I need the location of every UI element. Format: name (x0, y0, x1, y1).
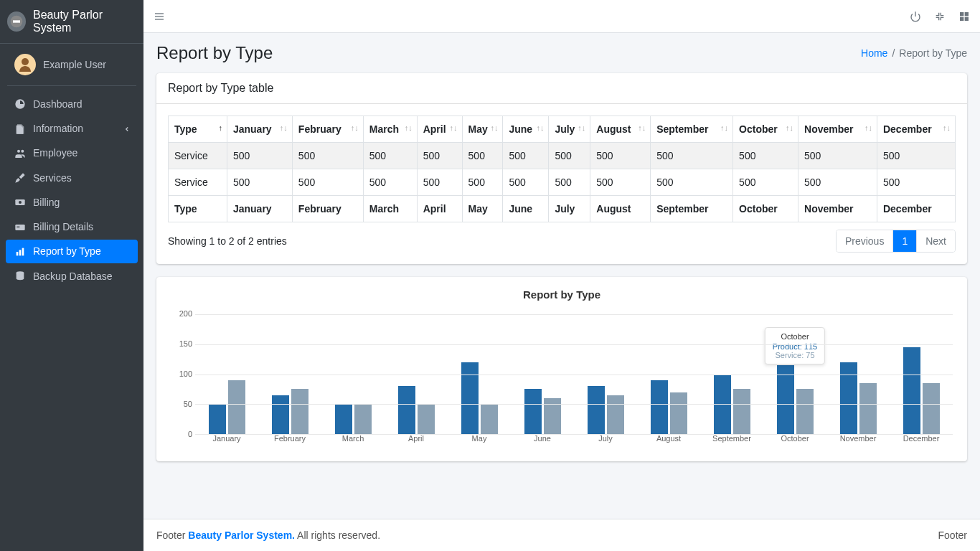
column-header[interactable]: October↑↓ (733, 116, 798, 143)
column-header[interactable]: June↑↓ (503, 116, 549, 143)
power-icon[interactable] (910, 10, 921, 22)
svg-point-2 (22, 58, 29, 65)
sort-icon: ↑↓ (864, 123, 872, 132)
sidebar-item-backup-database[interactable]: Backup Database (6, 264, 138, 288)
compress-icon[interactable] (934, 10, 946, 22)
brand-text: Beauty Parlor System (33, 9, 136, 34)
column-header[interactable]: September↑↓ (651, 116, 733, 143)
bar-service[interactable] (670, 392, 687, 434)
bar-product[interactable] (209, 404, 226, 434)
table-cell: 500 (503, 169, 549, 196)
bar-service[interactable] (418, 404, 435, 434)
sidebar-item-label: Backup Database (33, 270, 113, 282)
bar-service[interactable] (607, 395, 624, 434)
table-cell: Service (169, 169, 227, 196)
user-panel[interactable]: Example User (7, 44, 136, 86)
pagination-next: Next (917, 230, 955, 252)
column-header[interactable]: January↑↓ (227, 116, 292, 143)
table-cell: 500 (549, 169, 590, 196)
y-tick: 100 (179, 369, 192, 378)
x-tick: June (511, 434, 574, 450)
column-header[interactable]: Type↑ (169, 116, 227, 143)
bar-service[interactable] (733, 389, 750, 434)
column-footer: December (877, 196, 955, 222)
column-footer: May (462, 196, 503, 222)
column-header[interactable]: December↑↓ (877, 116, 955, 143)
sidebar-item-report-by-type[interactable]: Report by Type (6, 240, 138, 263)
sidebar-item-label: Information (33, 123, 83, 134)
bar-service[interactable] (923, 383, 940, 434)
bar-service[interactable] (354, 404, 372, 434)
svg-rect-11 (22, 248, 24, 256)
report-table: Type↑January↑↓February↑↓March↑↓April↑↓Ma… (168, 116, 956, 222)
content-header: Report by Type Home / Report by Type (143, 33, 980, 73)
column-header[interactable]: February↑↓ (292, 116, 363, 143)
sort-icon: ↑↓ (578, 123, 585, 132)
footer-right: Footer (938, 529, 967, 541)
bar-product[interactable] (903, 347, 920, 434)
bar-service[interactable] (859, 383, 877, 434)
breadcrumb-home[interactable]: Home (861, 47, 887, 59)
column-footer: March (363, 196, 417, 222)
table-cell: 500 (227, 169, 292, 196)
sidebar-item-information[interactable]: Information (6, 116, 138, 140)
table-info: Showing 1 to 2 of 2 entries (168, 235, 287, 247)
pagination-page[interactable]: 1 (893, 230, 916, 252)
info-icon (13, 122, 27, 134)
sidebar-item-billing[interactable]: Billing (6, 190, 138, 214)
bar-product[interactable] (398, 386, 415, 434)
sidebar-item-label: Employee (33, 147, 77, 159)
employee-icon (13, 147, 27, 159)
table-cell: 500 (549, 143, 590, 169)
breadcrumb: Home / Report by Type (861, 47, 967, 59)
column-header[interactable]: November↑↓ (798, 116, 877, 143)
bar-product[interactable] (461, 362, 479, 434)
backup-icon (13, 270, 27, 282)
svg-rect-1 (13, 20, 20, 22)
footer-link[interactable]: Beauty Parlor System. (188, 529, 295, 541)
sidebar: Beauty Parlor System Example User Dashbo… (0, 0, 143, 551)
sidebar-item-label: Billing (33, 197, 60, 208)
menu-toggle-icon[interactable] (154, 10, 165, 22)
bar-service[interactable] (228, 380, 245, 434)
column-header[interactable]: May↑↓ (462, 116, 503, 143)
column-header[interactable]: August↑↓ (590, 116, 651, 143)
breadcrumb-current: Report by Type (899, 47, 967, 59)
sidebar-item-label: Dashboard (33, 98, 83, 110)
sort-icon: ↑↓ (351, 123, 359, 132)
x-tick: January (195, 434, 258, 450)
sidebar-item-services[interactable]: Services (6, 166, 138, 189)
footer: Footer Beauty Parlor System. All rights … (143, 519, 980, 551)
bar-product[interactable] (272, 395, 289, 434)
bar-product[interactable] (588, 386, 605, 434)
bar-service[interactable] (796, 389, 814, 434)
bar-service[interactable] (481, 404, 498, 434)
bar-product[interactable] (777, 365, 794, 434)
sort-icon: ↑↓ (943, 123, 951, 132)
x-tick: November (826, 434, 890, 450)
table-cell: 500 (733, 143, 798, 169)
sidebar-item-dashboard[interactable]: Dashboard (6, 92, 138, 116)
column-header[interactable]: April↑↓ (417, 116, 462, 143)
column-footer: January (227, 196, 292, 222)
bar-service[interactable] (291, 389, 308, 434)
billing-details-icon (13, 220, 27, 232)
column-header[interactable]: March↑↓ (363, 116, 417, 143)
sidebar-item-billing-details[interactable]: Billing Details (6, 215, 138, 238)
sidebar-nav: DashboardInformationEmployeeServicesBill… (0, 86, 143, 294)
grid-icon[interactable] (958, 10, 970, 22)
pagination: Previous1Next (836, 230, 956, 253)
svg-point-3 (17, 150, 20, 153)
table-cell: 500 (590, 143, 651, 169)
brand[interactable]: Beauty Parlor System (0, 0, 143, 44)
table-cell: 500 (733, 169, 798, 196)
bar-product[interactable] (840, 362, 857, 434)
table-cell: 500 (363, 169, 417, 196)
svg-rect-18 (965, 12, 969, 16)
bar-product[interactable] (524, 389, 542, 434)
column-footer: September (651, 196, 733, 222)
sidebar-item-employee[interactable]: Employee (6, 141, 138, 165)
bar-product[interactable] (335, 404, 352, 434)
bar-product[interactable] (651, 380, 668, 434)
column-header[interactable]: July↑↓ (549, 116, 590, 143)
